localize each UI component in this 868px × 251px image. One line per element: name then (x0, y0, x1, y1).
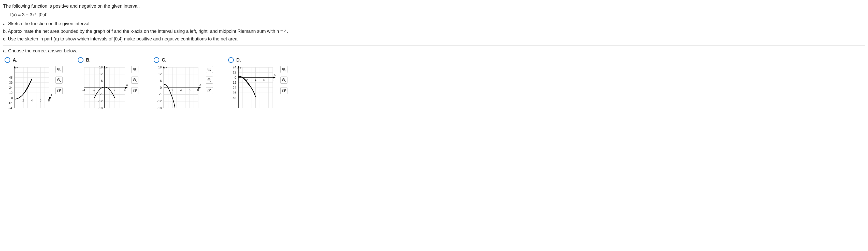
svg-text:18: 18 (99, 66, 103, 69)
svg-text:-12: -12 (232, 81, 236, 85)
svg-text:4: 4 (31, 99, 33, 102)
svg-line-117 (210, 70, 211, 71)
svg-text:-36: -36 (232, 91, 236, 95)
svg-text:-18: -18 (98, 106, 103, 110)
option-a-chart: y x 48 36 24 12 0 -12 -24 2 4 6 (5, 65, 53, 111)
svg-line-38 (60, 81, 61, 82)
option-d-chart: y x 24 12 0 -12 -24 -36 -48 2 4 6 8 (228, 65, 278, 111)
popout-icon[interactable] (131, 87, 138, 94)
svg-text:6: 6 (101, 79, 103, 83)
option-c-chart: y x 18 12 6 0 -6 -12 -18 2 4 6 8 (154, 65, 203, 111)
svg-text:6: 6 (40, 99, 41, 102)
zoom-out-icon[interactable] (131, 76, 138, 84)
svg-text:-12: -12 (157, 99, 162, 103)
svg-rect-81 (133, 90, 135, 92)
question-a-prompt: a. Choose the correct answer below. (3, 48, 865, 54)
svg-text:12: 12 (233, 71, 236, 74)
option-b: B. (78, 57, 138, 111)
option-a: A. (5, 57, 63, 111)
option-c-radio[interactable] (154, 57, 159, 63)
zoom-in-icon[interactable] (56, 66, 63, 73)
svg-line-121 (210, 81, 211, 82)
svg-text:0: 0 (160, 86, 162, 90)
zoom-in-icon[interactable] (280, 66, 287, 73)
option-b-radio[interactable] (78, 57, 84, 63)
svg-line-165 (284, 81, 286, 82)
svg-text:x: x (274, 72, 276, 76)
svg-text:6: 6 (160, 79, 162, 83)
part-b-text: b. Approximate the net area bounded by t… (3, 28, 865, 34)
section-divider (3, 45, 865, 46)
popout-icon[interactable] (280, 87, 287, 94)
option-a-label: A. (13, 58, 17, 63)
svg-text:-24: -24 (8, 106, 12, 110)
svg-text:y: y (106, 65, 108, 69)
svg-text:-48: -48 (232, 96, 236, 100)
svg-text:x: x (126, 83, 128, 87)
zoom-in-icon[interactable] (206, 66, 213, 73)
svg-text:24: 24 (9, 86, 13, 90)
svg-marker-144 (237, 66, 239, 68)
problem-intro: The following function is positive and n… (3, 3, 865, 9)
svg-line-75 (135, 70, 136, 71)
svg-marker-19 (14, 66, 16, 68)
svg-text:-2: -2 (93, 89, 95, 92)
option-d-radio[interactable] (228, 57, 234, 63)
option-c-label: C. (162, 58, 166, 63)
svg-text:-6: -6 (159, 93, 161, 96)
svg-text:x: x (199, 83, 201, 87)
axis-y-label: y (16, 65, 18, 69)
svg-line-34 (60, 70, 61, 71)
svg-text:-4: -4 (83, 89, 85, 92)
svg-text:6: 6 (263, 78, 265, 82)
popout-icon[interactable] (206, 87, 213, 94)
svg-text:12: 12 (99, 72, 103, 76)
part-c-text: c. Use the sketch in part (a) to show wh… (3, 36, 865, 42)
svg-text:-6: -6 (100, 93, 102, 96)
svg-marker-59 (103, 66, 105, 68)
svg-rect-123 (208, 90, 210, 92)
svg-text:2: 2 (172, 89, 173, 92)
problem-function: f(x) = 3 − 3x²; [0,4] (3, 12, 865, 18)
svg-text:6: 6 (189, 89, 190, 92)
svg-text:36: 36 (9, 81, 13, 85)
part-a-text: a. Sketch the function on the given inte… (3, 21, 865, 27)
option-d: D. (228, 57, 287, 111)
svg-text:8: 8 (197, 89, 199, 92)
answer-options-row: A. (3, 57, 865, 111)
svg-text:4: 4 (124, 89, 126, 92)
zoom-in-icon[interactable] (131, 66, 138, 73)
svg-text:0: 0 (11, 96, 13, 100)
svg-rect-40 (58, 90, 60, 92)
option-b-chart: y x 18 12 6 -6 -12 -18 -4 -2 2 4 (78, 65, 129, 111)
svg-text:12: 12 (9, 91, 13, 95)
zoom-out-icon[interactable] (280, 76, 287, 84)
svg-line-161 (284, 70, 286, 71)
svg-text:48: 48 (9, 76, 13, 80)
svg-text:24: 24 (233, 66, 236, 69)
svg-text:18: 18 (158, 66, 162, 69)
svg-marker-100 (163, 66, 165, 68)
svg-text:4: 4 (180, 89, 182, 92)
svg-text:8: 8 (272, 78, 274, 82)
option-c: C. (154, 57, 213, 111)
svg-text:2: 2 (114, 89, 116, 92)
zoom-out-icon[interactable] (206, 76, 213, 84)
svg-text:y: y (240, 65, 242, 69)
svg-text:2: 2 (22, 99, 24, 102)
svg-rect-167 (282, 90, 284, 92)
option-b-label: B. (86, 58, 91, 63)
svg-text:12: 12 (158, 72, 162, 76)
axis-x-label: x (50, 93, 52, 97)
svg-line-79 (135, 81, 136, 82)
option-a-radio[interactable] (5, 57, 10, 63)
svg-text:-18: -18 (157, 106, 162, 110)
zoom-out-icon[interactable] (56, 76, 63, 84)
svg-text:-12: -12 (8, 101, 12, 105)
svg-text:4: 4 (255, 78, 256, 82)
svg-text:y: y (165, 65, 167, 69)
svg-text:8: 8 (48, 99, 50, 102)
svg-text:-24: -24 (232, 86, 236, 90)
option-d-label: D. (236, 58, 241, 63)
popout-icon[interactable] (56, 87, 63, 94)
